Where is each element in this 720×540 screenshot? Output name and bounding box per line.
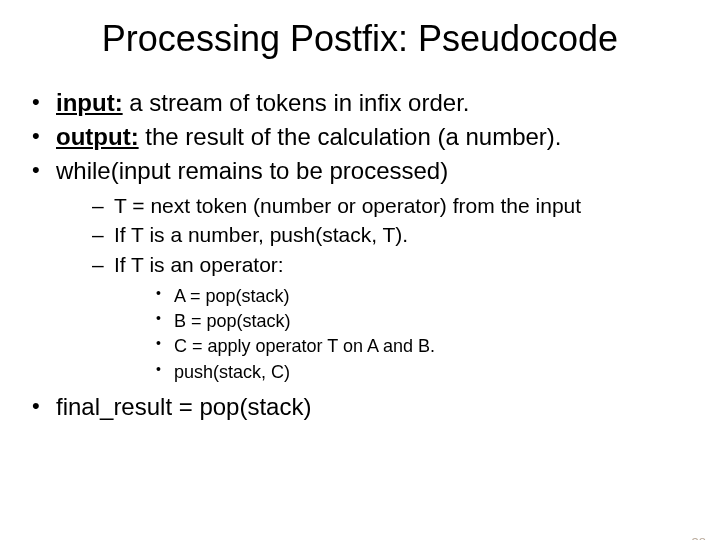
text-while: while(input remains to be processed): [56, 157, 448, 184]
label-output: output:: [56, 123, 139, 150]
text-if-operator: If T is an operator:: [114, 253, 284, 276]
bullet-output: output: the result of the calculation (a…: [32, 122, 720, 152]
slide-title: Processing Postfix: Pseudocode: [0, 18, 720, 60]
sub-if-operator: If T is an operator: A = pop(stack) B = …: [92, 251, 720, 384]
bullet-input: input: a stream of tokens in infix order…: [32, 88, 720, 118]
sub-if-number: If T is a number, push(stack, T).: [92, 221, 720, 248]
text-output: the result of the calculation (a number)…: [139, 123, 562, 150]
op-a-pop: A = pop(stack): [156, 284, 720, 308]
slide: Processing Postfix: Pseudocode input: a …: [0, 18, 720, 540]
bullet-list-level1: input: a stream of tokens in infix order…: [32, 88, 720, 422]
op-push-c: push(stack, C): [156, 360, 720, 384]
bullet-while: while(input remains to be processed) T =…: [32, 156, 720, 384]
page-number: 38: [692, 535, 706, 540]
text-input: a stream of tokens in infix order.: [123, 89, 470, 116]
op-c-apply: C = apply operator T on A and B.: [156, 334, 720, 358]
bullet-final-result: final_result = pop(stack): [32, 392, 720, 422]
label-input: input:: [56, 89, 123, 116]
sub-next-token: T = next token (number or operator) from…: [92, 192, 720, 219]
op-b-pop: B = pop(stack): [156, 309, 720, 333]
bullet-list-level2: T = next token (number or operator) from…: [92, 192, 720, 384]
bullet-list-level3: A = pop(stack) B = pop(stack) C = apply …: [156, 284, 720, 384]
